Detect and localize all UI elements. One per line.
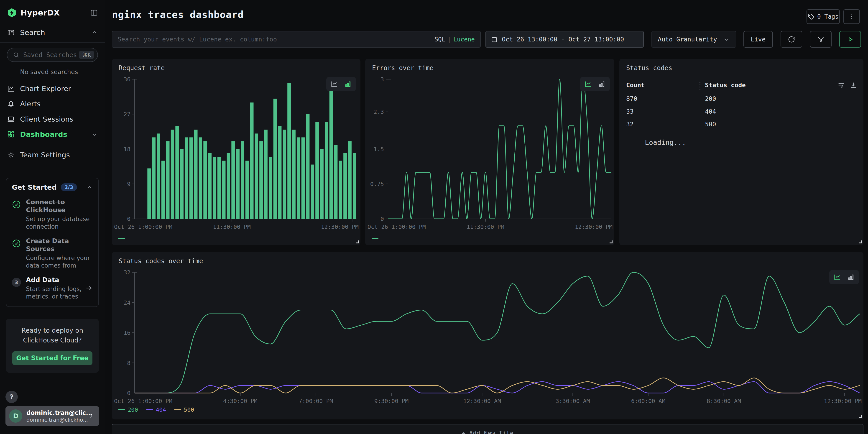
legend-item[interactable] (118, 238, 125, 239)
tag-icon (808, 13, 814, 20)
sidebar-collapse-icon[interactable] (90, 9, 98, 17)
live-button[interactable]: Live (743, 31, 773, 48)
help-button[interactable]: ? (5, 391, 18, 403)
get-started-step-sources[interactable]: Create Data Sources Configure where your… (12, 237, 93, 269)
svg-text:0.75: 0.75 (370, 181, 384, 187)
check-circle-icon (12, 239, 21, 248)
download-icon[interactable] (850, 82, 857, 89)
dashboard-grid-icon (7, 130, 15, 138)
resize-grip[interactable] (356, 241, 359, 243)
saved-searches-placeholder: Saved Searches (23, 51, 79, 59)
sidebar-item-chart-explorer[interactable]: Chart Explorer (0, 82, 105, 95)
sidebar: HyperDX Search Saved Searches ⌘K N (0, 0, 105, 434)
bar-chart-toggle-icon[interactable] (343, 79, 353, 89)
mode-lucene[interactable]: Lucene (453, 36, 475, 43)
sidebar-item-search[interactable]: Search (0, 26, 105, 39)
sidebar-item-team-settings[interactable]: Team Settings (0, 149, 105, 161)
legend-item[interactable]: 404 (146, 406, 166, 413)
resize-grip[interactable] (859, 415, 862, 417)
play-icon (846, 35, 854, 43)
chart-type-toggle (326, 77, 356, 91)
saved-searches-input[interactable]: Saved Searches ⌘K (7, 48, 98, 62)
hyperdx-logo-icon (7, 8, 17, 18)
event-search-input[interactable] (118, 36, 434, 43)
column-resize-handle[interactable] (700, 82, 701, 90)
get-started-free-button[interactable]: Get Started for Free (12, 351, 92, 365)
filter-button[interactable] (810, 31, 832, 48)
line-chart-toggle-icon[interactable] (583, 79, 593, 89)
svg-text:0: 0 (127, 390, 130, 396)
resize-grip[interactable] (610, 241, 613, 243)
user-menu[interactable]: D dominic.tran@clic... dominic.tran@clic… (5, 406, 99, 426)
chart-legend (118, 238, 125, 239)
run-query-button[interactable] (839, 31, 861, 48)
time-range-picker[interactable]: Oct 26 13:00:00 - Oct 27 13:00:00 (486, 31, 644, 48)
chart-line-icon (7, 85, 15, 93)
chevron-up-icon[interactable] (91, 29, 98, 36)
resize-grip[interactable] (859, 241, 862, 243)
query-language-toggle[interactable]: SQL|Lucene (434, 36, 475, 43)
legend-item[interactable] (372, 238, 378, 239)
table-row[interactable]: 32 500 (619, 121, 863, 133)
refresh-button[interactable] (781, 31, 802, 48)
column-header-count[interactable]: Count (626, 82, 645, 89)
svg-text:Oct 26 1:00:00 PM: Oct 26 1:00:00 PM (114, 398, 173, 404)
cell-status-code: 404 (705, 108, 716, 115)
panel-title: Errors over time (372, 64, 434, 72)
chart-type-toggle (829, 270, 859, 284)
brand-name: HyperDX (21, 8, 90, 17)
cell-count: 33 (626, 108, 634, 115)
table-row[interactable]: 33 404 (619, 108, 863, 121)
mode-sql[interactable]: SQL (434, 36, 445, 43)
bar-chart-toggle-icon[interactable] (596, 79, 607, 89)
svg-text:8:30:00 AM: 8:30:00 AM (707, 398, 741, 404)
brand-row: HyperDX (0, 0, 105, 18)
get-started-step-connect[interactable]: Connect to ClickHouse Set up your databa… (12, 198, 93, 230)
svg-text:Oct 26 1:00:00 PM: Oct 26 1:00:00 PM (368, 224, 426, 230)
cell-count: 32 (626, 121, 634, 128)
panel-title: Request rate (119, 64, 165, 72)
main-content: nginx traces dashboard 0 Tags ⋮ SQL|Luce… (105, 0, 868, 434)
svg-text:6:00:00 AM: 6:00:00 AM (631, 398, 665, 404)
column-header-status-code[interactable]: Status code (705, 82, 746, 89)
chevron-down-icon (723, 36, 730, 43)
gear-icon (7, 151, 15, 159)
add-new-tile-label: + Add New Tile (462, 430, 514, 434)
sidebar-divider (0, 42, 105, 43)
cell-status-code: 500 (705, 121, 716, 128)
chevron-up-icon[interactable] (86, 184, 93, 191)
legend-item[interactable]: 500 (174, 406, 194, 413)
tags-button[interactable]: 0 Tags (807, 9, 840, 24)
svg-text:12:30:00 PM: 12:30:00 PM (824, 398, 862, 404)
laptop-icon (7, 115, 15, 123)
errors-chart: 00.751.52.33Oct 26 1:00:00 PM11:30:00 PM… (365, 72, 614, 245)
avatar: D (9, 409, 22, 423)
sidebar-item-client-sessions[interactable]: Client Sessions (0, 113, 105, 125)
arrow-right-icon (85, 284, 93, 292)
calendar-icon (491, 36, 498, 43)
chevron-right-icon (88, 412, 95, 420)
legend-item[interactable]: 200 (118, 406, 138, 413)
sidebar-item-dashboards[interactable]: Dashboards (0, 128, 105, 141)
step-title: Create Data Sources (26, 237, 93, 253)
panel-errors-over-time: Errors over time 00.751.52.33Oct 26 1:00… (365, 59, 614, 245)
get-started-step-add-data[interactable]: 3 Add Data Start sending logs, metrics, … (12, 276, 93, 300)
bell-icon (7, 100, 15, 108)
line-chart-toggle-icon[interactable] (329, 79, 340, 89)
filter-funnel-icon (817, 35, 825, 43)
wrap-text-icon[interactable] (837, 82, 845, 89)
granularity-select[interactable]: Auto Granularity (651, 31, 736, 48)
add-new-tile-button[interactable]: + Add New Tile (112, 424, 863, 434)
line-chart-toggle-icon[interactable] (832, 272, 842, 282)
get-started-header[interactable]: Get Started 2/3 (12, 183, 93, 191)
table-row[interactable]: 870 200 (619, 95, 863, 108)
bar-chart-toggle-icon[interactable] (846, 272, 856, 282)
sidebar-item-label: Search (20, 28, 91, 37)
cell-count: 870 (626, 95, 637, 102)
request-rate-chart: 09182736Oct 26 1:00:00 PM11:30:00 PM12:3… (112, 72, 361, 245)
kebab-menu-button[interactable]: ⋮ (843, 9, 860, 24)
get-started-progress-badge: 2/3 (61, 183, 77, 191)
user-name: dominic.tran@clic... (26, 409, 88, 416)
sidebar-item-alerts[interactable]: Alerts (0, 97, 105, 110)
check-circle-icon (12, 200, 21, 209)
